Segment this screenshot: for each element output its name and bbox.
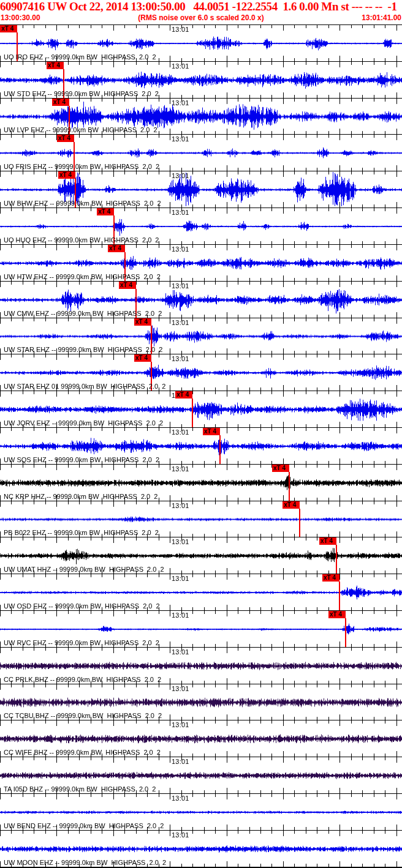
minute-tick-label: 13:01 [172, 758, 189, 765]
pick-flag[interactable]: xT 4 [134, 318, 151, 326]
pick-line-marker [339, 582, 340, 610]
minute-tick-label: 13:01 [172, 319, 189, 326]
minute-tick-label: 13:01 [172, 721, 189, 728]
pick-flag[interactable]: xT 4 [175, 391, 192, 398]
time-window-row: 13:00:30.00 (RMS noise over 6.0 s scaled… [0, 13, 402, 24]
minute-tick-label: 13:01 [172, 26, 189, 33]
trace-panel[interactable]: 13:01 xT 4 UW RVC EHZ -- 99999.0km BW HI… [0, 610, 402, 647]
event-header: 60907416 UW Oct 22, 2014 13:00:50.00 44.… [0, 0, 402, 24]
minute-tick-label: 13:01 [172, 502, 189, 509]
trace-label: UO FRIS EHZ -- 99999.0km BW HIGHPASS 2.0… [4, 163, 159, 171]
trace-panel[interactable]: 13:01 xT 4 UO FRIS EHZ -- 99999.0km BW H… [0, 134, 402, 171]
trace-panel[interactable]: 13:01 xT 4 NC KRP HHZ -- 99999.0km BW HI… [0, 464, 402, 501]
trace-label: CC PRLK BHZ -- 99999.0km BW HIGHPASS 2.0… [4, 676, 161, 684]
trace-panel[interactable]: 13:01 xT 4 UO IRO EHZ -- 99999.0km BW HI… [0, 24, 402, 61]
scale-note: (RMS noise over 6.0 s scaled 20.0 x) [0, 13, 402, 23]
trace-label: UW JQRV EHZ -- 99999.0km BW HIGHPASS 2.0… [4, 419, 163, 427]
trace-label: UW RVC EHZ -- 99999.0km BW HIGHPASS 2.0 … [4, 639, 159, 647]
trace-label: CC WIFE BHZ -- 99999.0km BW HIGHPASS 2.0… [4, 749, 161, 757]
trace-label: UW BHW EHZ -- 99999.0km BW HIGHPASS 2.0 … [4, 200, 161, 208]
minute-tick-label: 13:01 [172, 612, 189, 619]
trace-panel[interactable]: 13:01 TA I05D BHZ -- 99999.0km BW HIGHPA… [0, 757, 402, 793]
trace-panel[interactable]: 13:01 xT 4 UW JQRV EHZ -- 99999.0km BW H… [0, 391, 402, 427]
minute-tick-label: 13:01 [172, 795, 189, 802]
pick-line-marker [336, 545, 337, 574]
pick-line-marker [345, 618, 346, 647]
trace-panel[interactable]: 13:01 CC TCBU BHZ -- 99999.0km BW HIGHPA… [0, 684, 402, 720]
trace-label: UW CMW EHZ -- 99999.0km BW HIGHPASS 2.0 … [4, 310, 162, 318]
pick-line-marker [289, 472, 290, 501]
pick-flag[interactable]: xT 4 [57, 135, 74, 142]
trace-panel[interactable]: 13:01 xT 4 UW CMW EHZ -- 99999.0km BW HI… [0, 281, 402, 318]
minute-tick-label: 13:01 [172, 538, 189, 545]
trace-label: UW HTW EHZ -- 99999.0km BW HIGHPASS 2.0 … [4, 273, 161, 281]
trace-panel[interactable]: 13:01 xT 4 UW OSD EHZ -- 99999.0km BW HI… [0, 574, 402, 610]
trace-label: UW UMAT HHZ -- 99999.0km BW HIGHPASS 2.0… [4, 566, 164, 574]
minute-tick-label: 13:01 [172, 355, 189, 362]
pick-line-marker [192, 398, 193, 427]
pick-flag[interactable]: xT 4 [319, 537, 336, 545]
pick-flag[interactable]: xT 4 [322, 574, 339, 582]
minute-tick-label: 13:01 [172, 172, 189, 179]
trace-panel[interactable]: 13:01 xT 4 UW STD EHZ -- 99999.0km BW HI… [0, 61, 402, 98]
pick-line-marker [219, 435, 221, 464]
trace-panel[interactable]: 13:01 xT 4 PB B022 EHZ -- 99999.0km BW H… [0, 501, 402, 537]
trace-label: UW STAR EHZ -- 99999.0km BW HIGHPASS 2.0… [4, 346, 162, 354]
pick-flag[interactable]: xT 4 [0, 25, 17, 32]
minute-tick-label: 13:01 [172, 685, 189, 692]
minute-tick-label: 13:01 [172, 465, 189, 473]
pick-flag[interactable]: xT 4 [283, 501, 300, 509]
trace-label: UW LVP EHZ -- 99999.0km BW HIGHPASS 2.0 … [4, 126, 157, 134]
trace-panel[interactable]: 13:01 xT 4 UW SQS EHZ -- 99999.0km BW HI… [0, 427, 402, 464]
trace-label: UW MOON EHZ -- 99999.0km BW HIGHPASS 2.0… [4, 859, 166, 867]
seismogram-picker-window: 60907416 UW Oct 22, 2014 13:00:50.00 44.… [0, 0, 402, 868]
trace-panel[interactable]: 13:01 xT 4 UO HUQ EHZ -- 99999.0km BW HI… [0, 208, 402, 244]
minute-tick-label: 13:01 [172, 648, 189, 656]
trace-panel[interactable]: 13:01 UW MOON EHZ -- 99999.0km BW HIGHPA… [0, 830, 402, 867]
trace-panel[interactable]: 13:01 CC PRLK BHZ -- 99999.0km BW HIGHPA… [0, 647, 402, 684]
trace-panel[interactable]: 13:01 UW BEND EHZ -- 99999.0km BW HIGHPA… [0, 793, 402, 830]
pick-flag[interactable]: xT 4 [134, 354, 151, 362]
minute-tick-label: 13:01 [172, 831, 189, 839]
trace-label: UW OSD EHZ -- 99999.0km BW HIGHPASS 2.0 … [4, 602, 160, 610]
trace-list: 13:01 xT 4 UO IRO EHZ -- 99999.0km BW HI… [0, 24, 402, 868]
minute-tick-label: 13:01 [172, 209, 189, 216]
trace-label: UW STD EHZ -- 99999.0km BW HIGHPASS 2.0 … [4, 90, 159, 98]
trace-label: UW STAR EHZ 01 99999.0km BW HIGHPASS 2.0… [4, 383, 165, 391]
minute-tick-label: 13:01 [172, 282, 189, 290]
trace-panel[interactable]: 13:01 xT 4 UW HTW EHZ -- 99999.0km BW HI… [0, 244, 402, 281]
trace-label: CC TCBU BHZ -- 99999.0km BW HIGHPASS 2.0… [4, 712, 162, 720]
event-summary-line: 60907416 UW Oct 22, 2014 13:00:50.00 44.… [0, 0, 402, 13]
minute-tick-label: 13:01 [172, 135, 189, 143]
pick-flag[interactable]: xT 4 [47, 62, 64, 69]
pick-flag[interactable]: xT 4 [52, 99, 69, 106]
trace-panel[interactable]: 13:01 CC WIFE BHZ -- 99999.0km BW HIGHPA… [0, 720, 402, 757]
trace-label: TA I05D BHZ -- 99999.0km BW HIGHPASS 2.0… [4, 785, 156, 793]
window-end-time: 13:01:41.00 [362, 13, 401, 23]
pick-flag[interactable]: xT 4 [119, 282, 136, 289]
pick-flag[interactable]: xT 4 [108, 245, 125, 252]
pick-flag[interactable]: xT 4 [203, 428, 220, 435]
minute-tick-label: 13:01 [172, 62, 189, 70]
trace-label: UW SQS EHZ -- 99999.0km BW HIGHPASS 2.0 … [4, 456, 159, 464]
minute-tick-label: 13:01 [172, 245, 189, 253]
trace-label: UW BEND EHZ -- 99999.0km BW HIGHPASS 2.0… [4, 822, 164, 830]
trace-label: UO HUQ EHZ -- 99999.0km BW HIGHPASS 2.0 … [4, 236, 159, 244]
pick-flag[interactable]: xT 4 [97, 208, 114, 215]
trace-label: PB B022 EHZ -- 99999.0km BW HIGHPASS 2.0… [4, 529, 159, 537]
trace-panel[interactable]: 13:01 xT 4 UW STAR EHZ -- 99999.0km BW H… [0, 318, 402, 354]
trace-panel[interactable]: 13:01 xT 4 UW STAR EHZ 01 99999.0km BW H… [0, 354, 402, 391]
trace-label: UO IRO EHZ -- 99999.0km BW HIGHPASS 2.0 … [4, 53, 156, 61]
trace-panel[interactable]: 13:01 xT 4 UW BHW EHZ -- 99999.0km BW HI… [0, 171, 402, 208]
trace-label: NC KRP HHZ -- 99999.0km BW HIGHPASS 2.0 … [4, 493, 157, 501]
trace-panel[interactable]: 13:01 xT 4 UW UMAT HHZ -- 99999.0km BW H… [0, 537, 402, 574]
pick-flag[interactable]: xT 4 [328, 611, 346, 618]
minute-tick-label: 13:01 [172, 575, 189, 582]
trace-panel[interactable]: 13:01 xT 4 UW LVP EHZ -- 99999.0km BW HI… [0, 98, 402, 135]
pick-line-marker [299, 509, 300, 537]
pick-flag[interactable]: xT 4 [58, 171, 75, 179]
minute-tick-label: 13:01 [172, 99, 189, 107]
pick-flag[interactable]: xT 4 [272, 465, 289, 472]
minute-tick-label: 13:01 [172, 428, 189, 436]
